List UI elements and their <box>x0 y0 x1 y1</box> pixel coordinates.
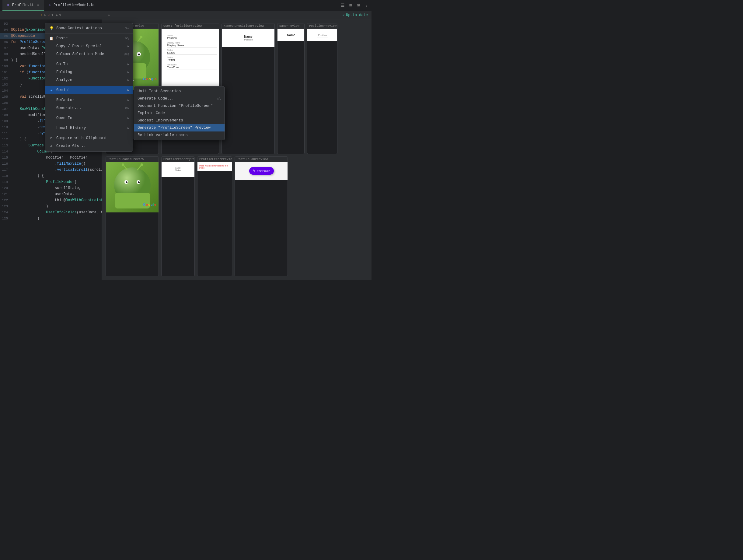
up-to-date-icon: ✓ <box>343 13 345 17</box>
menu-item-generate[interactable]: Generate... ⌘N <box>45 104 133 112</box>
preview-card-title-error: ProfileErrorPreview <box>198 157 232 162</box>
preview-card-content-name-pos: Name Position <box>222 29 275 47</box>
svg-point-18 <box>122 164 124 166</box>
code-line-124: 124 UserInfoFields(userData, this@BoxWit… <box>0 209 102 215</box>
submenu-item-explain-code[interactable]: Explain Code <box>134 110 224 117</box>
menu-item-label-paste: Paste <box>56 36 123 40</box>
close-panel-icon[interactable]: ⊡ <box>356 3 361 8</box>
menu-item-label-go-to: Go To <box>56 62 125 67</box>
submenu-item-unit-test[interactable]: Unit Test Scenarios <box>134 88 224 95</box>
svg-point-5 <box>138 53 140 55</box>
code-line-119: 119 ProfileHeader( <box>0 179 102 185</box>
submenu-item-generate-code[interactable]: Generate Code... ⌘\ <box>134 95 224 102</box>
menu-item-refactor[interactable]: Refactor ▶ <box>45 96 133 104</box>
menu-separator-3 <box>45 85 133 85</box>
history-icon <box>49 126 54 131</box>
menu-item-compare-clipboard[interactable]: ⊟ Compare with Clipboard <box>45 134 133 142</box>
menu-item-shortcut-paste: ⌘V <box>125 37 129 40</box>
code-toolbar: ⚠ 4 ⚠ 1 ∧ ∨ <box>0 11 102 19</box>
context-menu: 💡 Show Context Actions ⌥⏎ 📋 Paste ⌘V Cop… <box>45 23 133 152</box>
submenu-label-rethink-names: Rethink variable names <box>137 133 221 137</box>
menu-item-show-context-actions[interactable]: 💡 Show Context Actions ⌥⏎ <box>45 24 133 32</box>
code-line-116: 116 .fillMaxSize() <box>0 161 102 167</box>
preview-card-title-position: PositionPreview <box>307 24 337 29</box>
menu-item-label-copy-paste-special: Copy / Paste Special <box>56 44 125 48</box>
menu-item-copy-paste-special[interactable]: Copy / Paste Special ▶ <box>45 42 133 50</box>
svg-point-9 <box>140 36 142 38</box>
tab-close-button[interactable]: ✕ <box>36 3 40 7</box>
gemini-arrow-icon: ▶ <box>128 88 129 92</box>
code-line-123: 123 ) <box>0 203 102 209</box>
warning-count: 4 <box>44 13 46 17</box>
go-to-icon <box>49 62 54 67</box>
field-display-name: Display Name Display Name <box>167 42 217 47</box>
menu-item-local-history[interactable]: Local History ▶ <box>45 124 133 132</box>
field-twitter: Twitter Twitter <box>167 56 217 62</box>
code-line-121: 121 userData, <box>0 191 102 197</box>
menu-item-label-generate: Generate... <box>56 106 123 110</box>
menu-item-open-in[interactable]: Open In ▶ <box>45 114 133 122</box>
menu-item-folding[interactable]: Folding ▶ <box>45 68 133 76</box>
preview-panel: ⊟ ✓ Up-to-date ProfileScreenPreview <box>102 11 372 280</box>
menu-item-label-open-in: Open In <box>56 116 125 120</box>
generate-icon <box>49 105 54 111</box>
submenu-item-document-function[interactable]: Document Function "ProfileScreen" <box>134 102 224 110</box>
submenu-label-generate-preview: Generate "ProfileScreen" Preview <box>137 126 221 130</box>
code-line-118: 118 ) { <box>0 173 102 179</box>
menu-item-gemini[interactable]: ✦ Gemini ▶ Unit Test Scenarios Generate … <box>45 86 133 94</box>
up-to-date-label: Up-to-date <box>346 13 368 17</box>
tab-label: Profile.kt <box>12 3 34 7</box>
preview-card-position: PositionPreview Position <box>307 23 338 154</box>
preview-grid: ProfileScreenPreview <box>102 19 372 280</box>
nav-down[interactable]: ∨ <box>59 13 61 17</box>
menu-item-column-selection[interactable]: Column Selection Mode ⇧⌘8 <box>45 50 133 58</box>
submenu-item-generate-preview[interactable]: Generate "ProfileScreen" Preview <box>134 124 224 131</box>
paste-icon: 📋 <box>49 36 54 41</box>
tab-bar-actions: ☰ ⊞ ⊡ ⋮ <box>340 3 369 8</box>
preview-card-title-fab: ProfileFabPreview <box>235 157 288 162</box>
folding-arrow-icon: ▶ <box>128 70 129 74</box>
menu-item-go-to[interactable]: Go To ▶ <box>45 60 133 68</box>
tab-profileviewmodel-kt[interactable]: K ProfileViewModel.kt <box>44 0 99 11</box>
preview-card-content-name: Name <box>277 29 305 41</box>
field-timezone: TimeZone TimeZone <box>167 63 217 70</box>
preview-card-content-fab: ✎ Edit Profile <box>235 162 288 180</box>
menu-item-label-analyze: Analyze <box>56 78 125 82</box>
error-icon: ⚠ <box>48 13 50 17</box>
folding-icon <box>49 70 54 75</box>
menu-item-analyze[interactable]: Analyze ▶ <box>45 76 133 84</box>
kotlin-icon-2: K <box>47 3 52 7</box>
menu-separator-7 <box>45 133 133 133</box>
code-line-117: 117 .verticalScroll(scrollState), <box>0 167 102 173</box>
preview-toolbar: ⊟ ✓ Up-to-date <box>102 11 372 19</box>
menu-item-create-gist[interactable]: ⊙ Create Gist... <box>45 142 133 150</box>
gemini-submenu: Unit Test Scenarios Generate Code... ⌘\ … <box>134 86 225 140</box>
local-history-arrow-icon: ▶ <box>128 126 129 130</box>
nav-up[interactable]: ∧ <box>56 13 58 17</box>
gemini-star-icon: ✦ <box>49 88 54 92</box>
submenu-item-rethink-names[interactable]: Rethink variable names <box>134 131 224 139</box>
tab-profile-kt[interactable]: K Profile.kt ✕ <box>2 0 44 11</box>
analyze-icon <box>49 78 54 83</box>
menu-item-shortcut-show-context-actions: ⌥⏎ <box>125 27 129 31</box>
open-in-arrow-icon: ▶ <box>128 116 129 120</box>
github-icon: ⊙ <box>49 144 54 148</box>
svg-point-15 <box>126 181 128 183</box>
submenu-label-explain-code: Explain Code <box>137 111 221 115</box>
submenu-label-document-function: Document Function "ProfileScreen" <box>137 104 221 108</box>
analyze-arrow-icon: ▶ <box>128 78 129 82</box>
hamburger-icon[interactable]: ☰ <box>340 3 345 8</box>
menu-separator-6 <box>45 123 133 123</box>
preview-toggle[interactable]: ⊟ <box>108 13 110 17</box>
tab-label-2: ProfileViewModel.kt <box>53 3 95 7</box>
menu-item-label-folding: Folding <box>56 70 125 74</box>
preview-card-title-name: NamePreview <box>277 24 304 29</box>
submenu-item-suggest-improvements[interactable]: Suggest Improvements <box>134 117 224 124</box>
submenu-label-suggest-improvements: Suggest Improvements <box>137 118 221 123</box>
field-name: Name Position <box>167 34 217 40</box>
split-icon[interactable]: ⊞ <box>348 3 353 8</box>
menu-item-shortcut-generate: ⌘N <box>125 106 129 110</box>
more-icon[interactable]: ⋮ <box>363 3 369 8</box>
kotlin-icon: K <box>6 3 10 7</box>
menu-item-paste[interactable]: 📋 Paste ⌘V <box>45 34 133 42</box>
